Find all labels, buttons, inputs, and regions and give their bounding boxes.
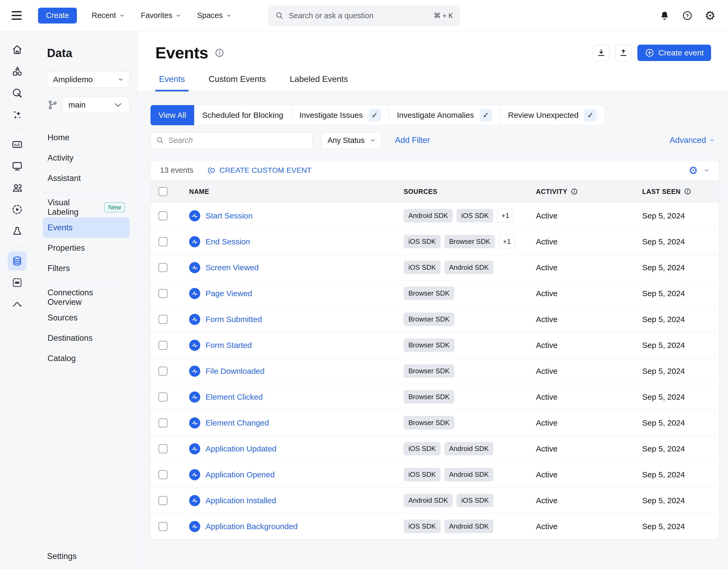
source-badge: Android SDK [444, 520, 493, 533]
navbar-menu-item[interactable]: Recent [84, 11, 133, 20]
filter-chip[interactable]: View All [151, 105, 194, 125]
row-checkbox[interactable] [158, 522, 167, 531]
create-custom-event-link[interactable]: CREATE CUSTOM EVENT [207, 166, 312, 175]
rail-dashboards-icon[interactable] [8, 135, 27, 154]
row-checkbox[interactable] [158, 496, 167, 505]
rail-monitor-icon[interactable] [8, 157, 27, 176]
event-name-link[interactable]: Application Opened [206, 470, 275, 479]
event-name-link[interactable]: Application Installed [206, 496, 276, 505]
sidebar-item-settings[interactable]: Settings [47, 552, 77, 561]
event-name-link[interactable]: Page Viewed [206, 289, 252, 298]
event-name-link[interactable]: Application Backgrounded [206, 522, 298, 531]
rail-frame-icon[interactable] [8, 273, 27, 292]
table-search-box[interactable] [150, 132, 312, 149]
settings-gear-icon[interactable]: ⚙ [704, 9, 716, 22]
row-checkbox[interactable] [158, 315, 167, 324]
filter-chip[interactable]: Investigate Issues ✓ [291, 105, 389, 125]
source-badge: Browser SDK [404, 390, 454, 404]
sidebar-item[interactable]: Connections Overview [43, 287, 130, 307]
filter-chip[interactable]: Scheduled for Blocking [194, 105, 291, 125]
rail-click-tracking-icon[interactable] [8, 83, 27, 102]
rail-session-replay-icon[interactable] [8, 200, 27, 219]
event-name-link[interactable]: Form Started [206, 341, 252, 350]
row-checkbox-cell [151, 289, 180, 298]
activity-cell: Active [536, 341, 642, 350]
status-filter-dropdown[interactable]: Any Status [321, 132, 382, 149]
row-checkbox[interactable] [158, 470, 167, 479]
create-button[interactable]: Create [38, 8, 77, 24]
sources-cell: iOS SDKBrowser SDK+1 [404, 235, 536, 248]
amplitude-event-icon [189, 417, 200, 428]
sidebar-item[interactable]: Destinations [43, 328, 130, 348]
row-checkbox[interactable] [158, 418, 167, 427]
row-checkbox[interactable] [158, 393, 167, 402]
filter-chip[interactable]: Review Unexpected ✓ [500, 105, 604, 125]
event-name-cell: Screen Viewed [180, 262, 404, 273]
sidebar-item[interactable]: Assistant [43, 168, 130, 188]
row-checkbox[interactable] [158, 211, 167, 220]
navbar-menu-item[interactable]: Spaces [189, 11, 240, 20]
rail-ai-sparkles-icon[interactable] [8, 105, 27, 124]
sidebar-item[interactable]: Events [43, 217, 130, 238]
filter-chip[interactable]: Investigate Anomalies ✓ [389, 105, 500, 125]
event-name-link[interactable]: Application Updated [206, 444, 277, 453]
sidebar-item[interactable]: Sources [43, 307, 130, 328]
sidebar-item[interactable]: Filters [43, 258, 130, 278]
title-info-icon[interactable] [214, 48, 225, 58]
column-info-icon[interactable] [571, 188, 578, 195]
column-header-label: ACTIVITY [536, 188, 567, 195]
project-selector[interactable]: Amplidemo [47, 71, 130, 88]
create-event-button[interactable]: Create event [637, 45, 711, 61]
tab[interactable]: Labeled Events [286, 74, 352, 91]
rail-objects-icon[interactable] [8, 62, 27, 81]
sidebar-item[interactable]: Home [43, 127, 130, 148]
event-name-link[interactable]: Element Changed [206, 418, 269, 427]
tab[interactable]: Custom Events [205, 74, 270, 91]
column-header[interactable]: ACTIVITY [536, 188, 642, 195]
sources-cell: Browser SDK [404, 416, 536, 430]
event-name-link[interactable]: File Downloaded [206, 367, 264, 376]
row-checkbox-cell [151, 393, 180, 402]
more-sources-badge[interactable]: +1 [499, 235, 515, 248]
rail-users-icon[interactable] [8, 178, 27, 197]
event-name-link[interactable]: Element Clicked [206, 393, 263, 402]
row-checkbox[interactable] [158, 444, 167, 453]
event-name-link[interactable]: Screen Viewed [206, 263, 259, 272]
rail-data-icon[interactable] [8, 251, 27, 270]
tab[interactable]: Events [155, 74, 189, 91]
row-checkbox[interactable] [158, 289, 167, 298]
column-header[interactable]: LAST SEEN [642, 188, 719, 195]
more-sources-badge[interactable]: +1 [497, 209, 514, 222]
event-name-link[interactable]: End Session [206, 237, 250, 246]
table-search-input[interactable] [169, 136, 307, 145]
advanced-dropdown[interactable]: Advanced [670, 136, 715, 145]
navbar-menu-item[interactable]: Favorites [133, 11, 189, 20]
column-info-icon[interactable] [684, 188, 691, 195]
rail-funnel-icon[interactable] [8, 222, 27, 241]
column-settings-control[interactable]: ⚙ [688, 165, 710, 176]
global-search-input[interactable] [289, 11, 429, 20]
rail-journeys-icon[interactable] [8, 295, 27, 314]
row-checkbox[interactable] [158, 263, 167, 272]
event-name-link[interactable]: Form Submitted [206, 315, 262, 324]
import-upload-button[interactable] [615, 45, 632, 61]
row-checkbox[interactable] [158, 341, 167, 350]
row-checkbox[interactable] [158, 367, 167, 376]
sidebar-item[interactable]: Catalog [43, 348, 130, 369]
row-checkbox[interactable] [158, 237, 167, 246]
export-download-button[interactable] [593, 45, 609, 61]
column-header[interactable]: NAME [180, 188, 404, 195]
event-name-link[interactable]: Start Session [206, 211, 253, 220]
add-filter-link[interactable]: Add Filter [395, 136, 430, 145]
column-header[interactable]: SOURCES [404, 188, 536, 195]
branch-selector[interactable]: main [62, 97, 130, 113]
global-search-bar[interactable]: ⌘ + K [268, 5, 460, 26]
help-icon[interactable]: ? [681, 9, 694, 22]
sidebar-item[interactable]: Visual Labeling New [43, 197, 130, 217]
sidebar-item[interactable]: Properties [43, 238, 130, 258]
select-all-checkbox[interactable] [158, 187, 167, 196]
sidebar-item[interactable]: Activity [43, 148, 130, 168]
notifications-bell-icon[interactable] [658, 9, 671, 22]
hamburger-menu-icon[interactable] [12, 9, 25, 22]
rail-home-icon[interactable] [8, 40, 27, 59]
